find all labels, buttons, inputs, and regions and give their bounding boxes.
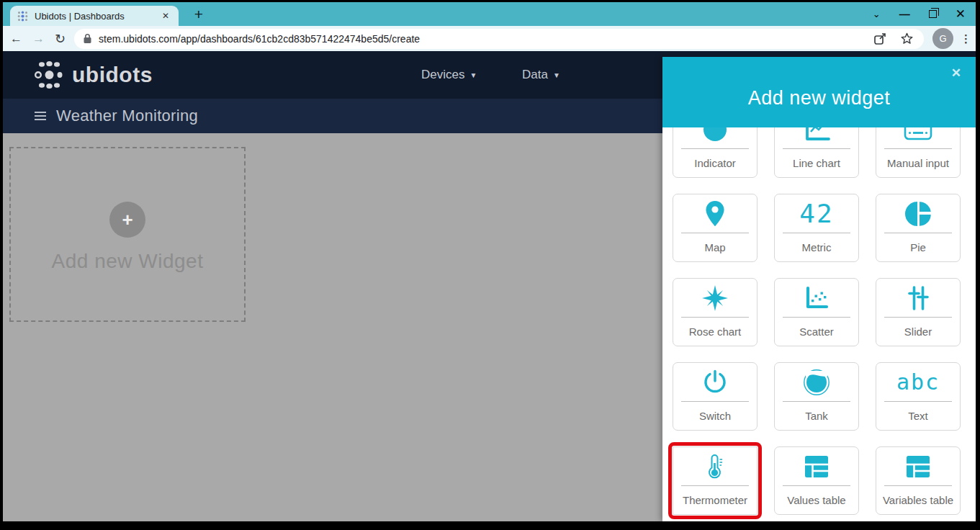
widget-card-rose-chart[interactable]: Rose chart [673,278,758,346]
metric-icon: 42 [775,194,858,233]
tab-title: Ubidots | Dashboards [35,11,153,22]
widget-label: Switch [673,402,757,430]
widget-label: Tank [775,402,858,430]
address-bar[interactable]: stem.ubidots.com/app/dashboards/61cb2cd8… [74,29,924,49]
widget-label: Indicator [673,149,757,177]
new-tab-button[interactable]: + [189,5,209,25]
reload-icon[interactable]: ↻ [55,31,66,47]
widget-card-metric[interactable]: 42Metric [774,194,859,262]
window-close-icon[interactable]: ✕ [956,8,966,20]
panel-header: Add new widget ✕ [662,57,976,127]
panel-title: Add new widget [662,87,976,109]
widget-card-text[interactable]: abcText [876,362,961,431]
tank-icon [775,363,858,401]
rose-chart-icon [673,279,757,317]
widget-card-switch[interactable]: Switch [673,362,758,431]
values-table-icon [775,447,858,485]
avatar[interactable]: G [932,28,953,49]
hamburger-menu-icon[interactable] [35,112,46,120]
switch-icon [673,363,757,401]
back-icon[interactable]: ← [10,32,22,46]
thermometer-icon [673,447,757,485]
widget-label: Values table [775,486,858,514]
widget-label: Scatter [775,318,858,346]
slider-icon [876,279,960,317]
nav-data[interactable]: Data▼ [522,51,560,99]
widget-card-map[interactable]: Map [673,194,758,262]
window-minimize-icon[interactable]: — [899,9,910,19]
ubidots-favicon-icon [17,11,28,22]
widget-card-thermometer[interactable]: Thermometer [673,446,758,515]
bookmark-star-icon[interactable] [900,32,914,45]
chevron-down-icon: ▼ [553,71,560,79]
tab-close-icon[interactable]: ✕ [160,11,171,21]
text-icon: abc [876,363,960,401]
ubidots-logo[interactable]: ubidots [33,58,153,91]
widget-card-pie[interactable]: Pie [876,194,961,262]
widget-card-variables-table[interactable]: Variables table [876,446,961,515]
add-widget-label: Add new Widget [52,250,204,273]
forward-icon[interactable]: → [32,32,45,46]
chevron-down-icon: ▼ [469,71,477,79]
add-widget-panel: IndicatorLine chartManual inputMap42Metr… [662,57,976,521]
window-chevron-icon[interactable]: ⌄ [873,9,881,19]
pie-icon [876,194,960,233]
share-icon[interactable] [873,32,887,45]
widget-label: Manual input [876,149,960,177]
plus-circle-icon[interactable]: + [109,202,145,238]
widget-label: Variables table [876,486,960,514]
widget-card-values-table[interactable]: Values table [774,446,859,515]
browser-tab-strip: Ubidots | Dashboards ✕ + ⌄ — ✕ [3,2,976,26]
brand-wordmark: ubidots [72,63,153,87]
widget-label: Slider [876,318,960,346]
dashboard-canvas: + Add new Widget IndicatorLine chartManu… [3,133,976,521]
widget-card-tank[interactable]: Tank [774,362,859,431]
browser-menu-icon[interactable]: ⋮ [961,32,971,45]
window-restore-icon[interactable] [929,9,937,19]
widget-label: Map [673,233,757,261]
add-widget-dropzone[interactable]: + Add new Widget [9,147,246,322]
scatter-icon [775,279,858,317]
widget-label: Thermometer [673,486,757,514]
browser-tab[interactable]: Ubidots | Dashboards ✕ [10,6,179,26]
widget-label: Metric [775,233,858,261]
widget-label: Rose chart [673,318,757,346]
url-text: stem.ubidots.com/app/dashboards/61cb2cd8… [99,33,873,45]
dashboard-title: Weather Monitoring [56,107,198,125]
widget-card-scatter[interactable]: Scatter [774,278,859,346]
ubidots-app: ubidots Devices▼ Data▼ Weather Monitorin… [3,51,976,521]
widget-card-slider[interactable]: Slider [876,278,961,346]
widget-label: Pie [876,233,960,261]
lock-icon [83,33,92,44]
widget-label: Text [876,402,960,430]
browser-toolbar: ← → ↻ stem.ubidots.com/app/dashboards/61… [3,26,976,51]
widget-label: Line chart [775,149,858,177]
map-icon [673,194,757,233]
ubidots-logo-icon [33,58,66,91]
widget-grid: IndicatorLine chartManual inputMap42Metr… [673,109,961,515]
panel-close-icon[interactable]: ✕ [951,66,961,81]
variables-table-icon [876,447,960,485]
browser-window: Ubidots | Dashboards ✕ + ⌄ — ✕ ← → ↻ ste… [3,2,976,521]
nav-devices[interactable]: Devices▼ [421,51,477,99]
